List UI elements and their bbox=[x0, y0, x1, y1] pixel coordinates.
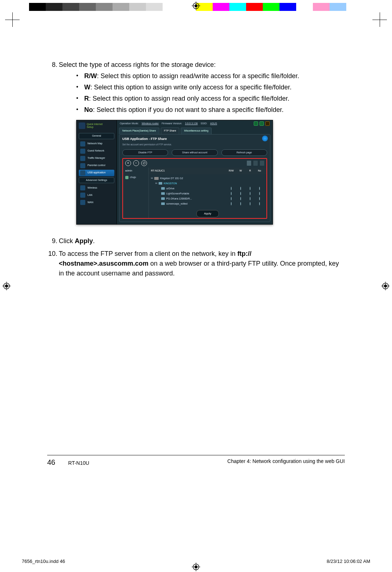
sidebar-item[interactable]: Guest Network bbox=[79, 148, 114, 154]
lock-led-icon bbox=[265, 121, 270, 126]
radio-r[interactable] bbox=[250, 197, 250, 200]
nav-icon bbox=[80, 193, 85, 198]
radio-rw[interactable] bbox=[231, 187, 232, 190]
wand-icon bbox=[79, 122, 85, 129]
radio-w[interactable] bbox=[240, 197, 241, 200]
radio-no[interactable] bbox=[259, 192, 260, 195]
refresh-icon[interactable] bbox=[262, 136, 268, 141]
list-item: R/W: Select this option to assign read/w… bbox=[76, 71, 345, 81]
operation-mode-link[interactable]: Wireless router bbox=[142, 122, 159, 126]
radio-rw[interactable] bbox=[231, 202, 232, 205]
timestamp-slug: 8/23/12 10:06:02 AM bbox=[327, 559, 370, 564]
ssid-link[interactable]: ASUS bbox=[210, 122, 217, 126]
disable-ftp-button[interactable]: Disable FTP bbox=[122, 149, 168, 156]
col-w: W bbox=[236, 169, 245, 173]
step-text: Select the type of access rights for the… bbox=[59, 61, 216, 68]
radio-r[interactable] bbox=[250, 192, 250, 195]
list-item: No: Select this option if you do not wan… bbox=[76, 105, 345, 115]
sidebar-item[interactable]: USB application bbox=[79, 170, 114, 176]
radio-no[interactable] bbox=[259, 197, 260, 200]
tree-row[interactable]: urDrive bbox=[151, 186, 264, 191]
user-row[interactable]: chujo bbox=[123, 174, 148, 181]
radio-w[interactable] bbox=[240, 192, 241, 195]
tab-samba[interactable]: Network Place(Samba) Share bbox=[119, 128, 159, 134]
radio-no[interactable] bbox=[259, 187, 260, 190]
drive-icon bbox=[154, 177, 159, 180]
export-icon[interactable] bbox=[253, 161, 258, 166]
col-no: No bbox=[255, 169, 264, 173]
router-statusbar: Operation Mode: Wireless router Firmware… bbox=[117, 120, 273, 127]
folder-icon bbox=[161, 197, 165, 200]
nav-icon bbox=[80, 185, 85, 190]
step-number: 9. bbox=[47, 236, 57, 246]
registration-mark-icon bbox=[192, 1, 200, 10]
tab-ftp[interactable]: FTP Share bbox=[161, 128, 180, 134]
highlighted-area: + − ∅ bbox=[122, 158, 267, 219]
sidebar-item[interactable]: Traffic Manager bbox=[79, 155, 114, 162]
radio-rw[interactable] bbox=[231, 197, 232, 200]
radio-r[interactable] bbox=[250, 187, 250, 190]
model-name: RT-N10U bbox=[68, 460, 89, 466]
add-user-button[interactable]: + bbox=[125, 160, 131, 166]
ftp-panel: USB Application - FTP Share Set the acco… bbox=[119, 134, 270, 222]
step-number: 10. bbox=[47, 249, 57, 278]
list-item: W: Select this option to assign write on… bbox=[76, 82, 345, 92]
access-rights-list: R/W: Select this option to assign read/w… bbox=[76, 71, 345, 115]
sidebar-item[interactable]: Parental control bbox=[79, 162, 114, 169]
quick-internet-setup[interactable]: Quick Internet Setup bbox=[77, 120, 117, 132]
tree-row[interactable]: PG-DKara-120600/R... bbox=[151, 196, 264, 201]
file-slug: 7656_rtn10u.indd 46 bbox=[22, 559, 65, 564]
router-tabs: Network Place(Samba) Share FTP Share Mis… bbox=[117, 127, 273, 134]
import-icon[interactable] bbox=[260, 161, 264, 166]
share-without-account-button[interactable]: Share without account bbox=[172, 149, 217, 156]
page-body: 8. Select the type of access rights for … bbox=[47, 60, 345, 281]
apply-button[interactable]: Apply bbox=[196, 210, 219, 217]
col-rw: R/W bbox=[226, 169, 236, 173]
firmware-link[interactable]: 3.0.0.3.138 bbox=[185, 122, 198, 126]
list-item: R: Select this option to assign read onl… bbox=[76, 94, 345, 104]
refresh-page-button[interactable]: Refresh page bbox=[221, 149, 267, 156]
radio-w[interactable] bbox=[240, 202, 241, 205]
crop-mark-icon bbox=[372, 12, 387, 27]
folder-icon bbox=[161, 202, 165, 205]
sidebar-item[interactable]: WAN bbox=[79, 199, 114, 206]
remove-user-button[interactable]: − bbox=[133, 160, 139, 166]
nav-icon bbox=[80, 141, 85, 146]
nav-icon bbox=[80, 170, 85, 176]
tab-misc[interactable]: Miscellaneous setting bbox=[181, 128, 212, 134]
folders-column: RT-N13UC1 R/W W R No bbox=[149, 168, 266, 218]
folder-icon bbox=[161, 192, 165, 195]
chapter-title: Chapter 4: Network configuration using t… bbox=[227, 458, 345, 467]
usb-led-icon bbox=[260, 121, 264, 126]
step-8: 8. Select the type of access rights for … bbox=[47, 60, 345, 233]
nav-icon bbox=[80, 156, 85, 161]
status-led-icon bbox=[254, 121, 258, 126]
sidebar-item[interactable]: LAN bbox=[79, 192, 114, 198]
edit-user-button[interactable]: ∅ bbox=[141, 160, 147, 166]
folder-icon bbox=[161, 187, 165, 190]
nav-icon bbox=[80, 200, 85, 205]
sidebar-header-general: General bbox=[79, 133, 114, 139]
avatar-icon bbox=[125, 176, 128, 179]
tree-row[interactable]: screencaps_edited bbox=[151, 201, 264, 206]
tree-row[interactable]: LightScreenPortable bbox=[151, 191, 264, 196]
save-icon[interactable] bbox=[247, 161, 251, 166]
step-number: 8. bbox=[47, 60, 57, 233]
sidebar-item[interactable]: Wireless bbox=[79, 185, 114, 191]
radio-w[interactable] bbox=[240, 187, 241, 190]
radio-no[interactable] bbox=[259, 202, 260, 205]
router-main: Operation Mode: Wireless router Firmware… bbox=[117, 120, 273, 224]
device-name: RT-N13UC1 bbox=[151, 169, 226, 173]
radio-rw[interactable] bbox=[231, 192, 232, 195]
users-column: admin chujo bbox=[123, 168, 149, 218]
radio-r[interactable] bbox=[250, 202, 250, 205]
crop-mark-icon bbox=[5, 12, 20, 27]
sidebar-item[interactable]: Network Map bbox=[79, 141, 114, 147]
tree-row[interactable]: ⊟KINGSTON bbox=[151, 181, 264, 186]
users-header: admin bbox=[123, 168, 148, 174]
registration-mark-icon bbox=[2, 282, 11, 290]
router-screenshot: Quick Internet Setup General Network Map… bbox=[76, 120, 273, 225]
panel-subtitle: Set the account and permission of FTP se… bbox=[122, 143, 267, 146]
tree-row[interactable]: ⊟Kingston DT 101 G2 bbox=[151, 176, 264, 181]
router-sidebar: Quick Internet Setup General Network Map… bbox=[77, 120, 117, 224]
